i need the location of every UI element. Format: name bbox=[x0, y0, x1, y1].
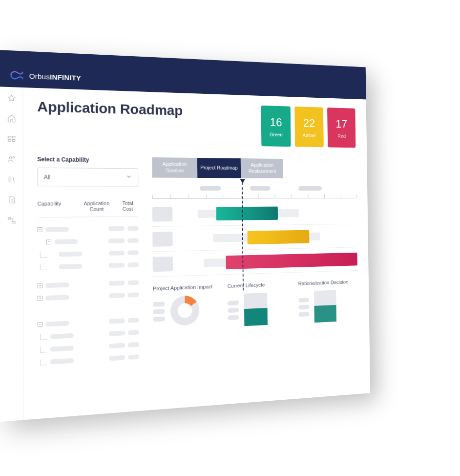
stacked-bar-chart bbox=[314, 290, 336, 323]
page-title: Application Roadmap bbox=[37, 99, 183, 119]
gantt-row-box[interactable] bbox=[152, 206, 172, 221]
kpi-amber[interactable]: 22 Amber bbox=[294, 107, 324, 147]
side-rail bbox=[0, 87, 23, 422]
kpi-green[interactable]: 16 Green bbox=[261, 106, 291, 147]
table-header: Capability Application Count Total Cost bbox=[37, 200, 138, 217]
panel-project-impact: Project Application Impact bbox=[153, 283, 219, 330]
brand-name: OrbusINFINITY bbox=[29, 72, 81, 82]
capability-select[interactable]: All bbox=[37, 168, 138, 187]
tree-row[interactable]: − bbox=[38, 222, 139, 236]
gantt-bar-amber[interactable] bbox=[248, 230, 310, 244]
gantt-row-box[interactable] bbox=[152, 231, 172, 246]
brand-regular: Orbus bbox=[29, 72, 50, 81]
legend bbox=[298, 298, 309, 317]
svg-point-4 bbox=[9, 156, 12, 159]
brand-logo bbox=[9, 68, 24, 83]
document-icon[interactable] bbox=[7, 195, 16, 206]
filter-label: Select a Capability bbox=[37, 156, 138, 164]
svg-rect-3 bbox=[12, 139, 15, 141]
panel-rationalization: Rationalization Decision bbox=[298, 279, 358, 324]
kpi-value: 17 bbox=[335, 117, 347, 131]
legend bbox=[228, 301, 239, 320]
tab-application-replacement[interactable]: Application Replacement bbox=[241, 158, 284, 178]
gantt-row bbox=[152, 201, 357, 227]
grid-icon[interactable] bbox=[7, 134, 16, 145]
select-value: All bbox=[44, 173, 51, 180]
flow-icon[interactable] bbox=[7, 216, 16, 227]
tab-application-timeline[interactable]: Application Timeline bbox=[152, 157, 197, 178]
capability-tree: − − + + − bbox=[38, 216, 140, 369]
col-app-count: Application Count bbox=[81, 200, 112, 212]
panel-title: Project Application Impact bbox=[153, 283, 219, 292]
expand-icon[interactable]: + bbox=[38, 283, 42, 288]
svg-point-5 bbox=[13, 156, 14, 158]
collapse-icon[interactable]: − bbox=[38, 227, 42, 232]
kpi-group: 16 Green 22 Amber 17 Red bbox=[261, 106, 356, 148]
kpi-value: 16 bbox=[270, 115, 282, 130]
left-column: Select a Capability All Capability Appli… bbox=[37, 156, 140, 414]
collapse-icon[interactable]: − bbox=[38, 322, 42, 327]
app-window: OrbusINFINITY Application Roadmap 16 bbox=[0, 50, 370, 422]
timeline-axis bbox=[152, 182, 356, 199]
library-icon[interactable] bbox=[7, 175, 16, 186]
chevron-down-icon bbox=[125, 173, 132, 181]
users-icon[interactable] bbox=[7, 154, 16, 165]
svg-rect-0 bbox=[8, 136, 10, 138]
gantt-row bbox=[153, 247, 357, 277]
gantt-bar-red[interactable] bbox=[226, 252, 357, 269]
tab-bar: Application Timeline Project Roadmap App… bbox=[152, 157, 356, 178]
tab-project-roadmap[interactable]: Project Roadmap bbox=[197, 158, 241, 178]
expand-icon[interactable]: + bbox=[38, 296, 42, 301]
gantt-bar-green[interactable] bbox=[216, 206, 278, 220]
kpi-value: 22 bbox=[303, 116, 315, 130]
svg-rect-7 bbox=[13, 221, 15, 223]
kpi-label: Red bbox=[337, 133, 346, 138]
col-total-cost: Total Cost bbox=[117, 200, 138, 212]
svg-rect-1 bbox=[12, 136, 15, 138]
stacked-bar-chart bbox=[244, 293, 268, 326]
panel-current-lifecycle: Current Lifecycle bbox=[228, 281, 291, 326]
svg-rect-2 bbox=[8, 139, 10, 141]
kpi-label: Green bbox=[270, 131, 282, 137]
kpi-label: Amber bbox=[303, 132, 316, 138]
svg-rect-6 bbox=[8, 217, 10, 219]
brand-bold: INFINITY bbox=[50, 72, 81, 82]
collapse-icon[interactable]: − bbox=[46, 239, 51, 244]
panel-title: Current Lifecycle bbox=[228, 281, 290, 289]
gantt-row-box[interactable] bbox=[153, 256, 173, 271]
right-column: Application Timeline Project Roadmap App… bbox=[152, 157, 359, 405]
home-icon[interactable] bbox=[7, 114, 16, 125]
donut-chart bbox=[170, 295, 200, 326]
star-icon[interactable] bbox=[7, 94, 16, 105]
col-capability: Capability bbox=[37, 200, 76, 212]
kpi-red[interactable]: 17 Red bbox=[327, 108, 355, 148]
legend bbox=[153, 302, 165, 322]
panel-title: Rationalization Decision bbox=[298, 279, 358, 287]
